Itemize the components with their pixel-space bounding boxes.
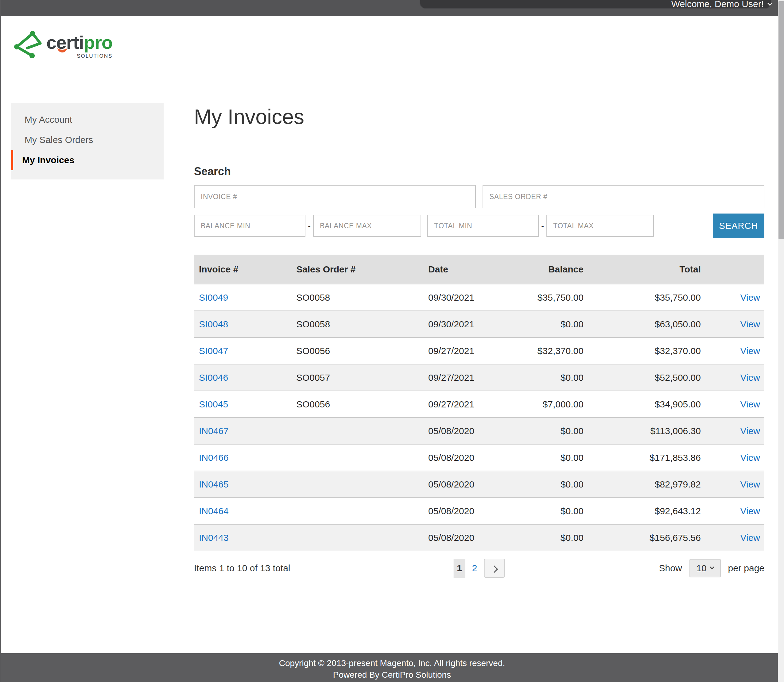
account-sidebar: My Account My Sales Orders My Invoices (11, 103, 164, 180)
balance-cell: $0.00 (501, 364, 584, 391)
total-range-separator: - (539, 215, 546, 237)
total-cell: $63,050.00 (584, 311, 701, 338)
invoice-link[interactable]: IN0443 (199, 532, 229, 543)
view-link[interactable]: View (741, 319, 760, 329)
table-row: IN0467 05/08/2020 $0.00 $113,006.30 View (194, 417, 764, 444)
invoice-number-input[interactable] (194, 185, 476, 208)
total-cell: $82,979.82 (584, 471, 701, 498)
next-page-button[interactable] (484, 559, 505, 578)
header-sales-order: Sales Order # (296, 255, 428, 284)
total-cell: $35,750.00 (584, 284, 701, 311)
view-link[interactable]: View (741, 506, 760, 516)
view-link[interactable]: View (741, 346, 760, 356)
invoice-link[interactable]: SI0045 (199, 399, 228, 409)
chevron-down-icon (709, 564, 714, 569)
invoice-link[interactable]: IN0465 (199, 479, 229, 489)
date-cell: 05/08/2020 (428, 444, 501, 471)
scrollbar[interactable] (778, 0, 784, 682)
balance-cell: $0.00 (501, 417, 584, 444)
sales-order-cell (296, 417, 428, 444)
total-cell: $113,006.30 (584, 417, 701, 444)
invoice-link[interactable]: SI0048 (199, 319, 228, 329)
sales-order-cell: SO0056 (296, 338, 428, 364)
total-max-input[interactable] (546, 215, 654, 237)
chevron-right-icon (490, 566, 498, 573)
header-invoice: Invoice # (194, 255, 296, 284)
invoice-link[interactable]: SI0047 (199, 346, 228, 356)
table-header-row: Invoice # Sales Order # Date Balance Tot… (194, 255, 764, 284)
table-row: SI0049 SO0058 09/30/2021 $35,750.00 $35,… (194, 284, 764, 311)
date-cell: 05/08/2020 (428, 471, 501, 498)
sales-order-cell: SO0058 (296, 311, 428, 338)
sales-order-cell: SO0056 (296, 391, 428, 417)
per-page-value: 10 (696, 563, 706, 574)
search-heading: Search (194, 165, 231, 178)
balance-max-input[interactable] (313, 215, 421, 237)
footer: Copyright © 2013-present Magento, Inc. A… (0, 653, 784, 682)
header-date: Date (428, 255, 501, 284)
footer-copyright: Copyright © 2013-present Magento, Inc. A… (0, 658, 784, 669)
table-row: SI0048 SO0058 09/30/2021 $0.00 $63,050.0… (194, 311, 764, 338)
certipro-logo-icon (14, 29, 43, 59)
page-2-link[interactable]: 2 (472, 563, 477, 574)
welcome-menu[interactable]: Welcome, Demo User! (671, 0, 772, 9)
search-button[interactable]: SEARCH (713, 214, 764, 238)
pager: 1 2 (454, 559, 505, 578)
sidebar-item-my-sales-orders[interactable]: My Sales Orders (11, 130, 164, 150)
invoices-table: Invoice # Sales Order # Date Balance Tot… (194, 255, 764, 551)
total-min-input[interactable] (427, 215, 539, 237)
per-page-control: Show 10 per page (659, 559, 764, 577)
invoice-link[interactable]: SI0046 (199, 373, 228, 382)
sidebar-item-my-account[interactable]: My Account (11, 110, 164, 130)
view-link[interactable]: View (741, 532, 760, 543)
table-row: SI0047 SO0056 09/27/2021 $32,370.00 $32,… (194, 338, 764, 364)
scrollbar-thumb[interactable] (778, 1, 784, 239)
table-row: SI0046 SO0057 09/27/2021 $0.00 $52,500.0… (194, 364, 764, 391)
sidebar-item-my-invoices[interactable]: My Invoices (11, 150, 164, 170)
logo-subtitle: SOLUTIONS (77, 53, 112, 59)
table-row: IN0464 05/08/2020 $0.00 $92,643.12 View (194, 498, 764, 524)
page: Welcome, Demo User! certipro SOLUTIONS M (0, 0, 784, 682)
sales-order-cell (296, 498, 428, 524)
view-link[interactable]: View (741, 479, 760, 489)
balance-cell: $35,750.00 (501, 284, 584, 311)
sales-order-cell: SO0057 (296, 364, 428, 391)
balance-cell: $7,000.00 (501, 391, 584, 417)
balance-cell: $0.00 (501, 311, 584, 338)
sales-order-number-input[interactable] (482, 185, 764, 208)
total-cell: $32,370.00 (584, 338, 701, 364)
balance-cell: $0.00 (501, 524, 584, 551)
caret-down-icon (767, 1, 773, 6)
view-link[interactable]: View (741, 399, 760, 409)
current-page: 1 (454, 559, 465, 578)
view-link[interactable]: View (741, 373, 760, 382)
balance-cell: $0.00 (501, 471, 584, 498)
per-page-select[interactable]: 10 (690, 559, 721, 577)
balance-min-input[interactable] (194, 215, 305, 237)
sales-order-cell: SO0058 (296, 284, 428, 311)
date-cell: 09/30/2021 (428, 311, 501, 338)
invoice-link[interactable]: SI0049 (199, 292, 228, 303)
invoice-table-body: SI0049 SO0058 09/30/2021 $35,750.00 $35,… (194, 284, 764, 551)
total-cell: $52,500.00 (584, 364, 701, 391)
table-row: IN0443 05/08/2020 $0.00 $156,675.56 View (194, 524, 764, 551)
balance-cell: $0.00 (501, 444, 584, 471)
invoice-link[interactable]: IN0464 (199, 506, 229, 516)
show-label: Show (659, 563, 682, 574)
header-actions (701, 255, 764, 284)
total-cell: $156,675.56 (584, 524, 701, 551)
view-link[interactable]: View (741, 292, 760, 303)
sales-order-cell (296, 444, 428, 471)
view-link[interactable]: View (741, 453, 760, 463)
invoice-link[interactable]: IN0466 (199, 453, 229, 463)
per-page-label: per page (728, 563, 764, 574)
invoice-link[interactable]: IN0467 (199, 426, 229, 436)
certipro-logo[interactable]: certipro SOLUTIONS (14, 29, 112, 59)
date-cell: 05/08/2020 (428, 524, 501, 551)
table-row: IN0466 05/08/2020 $0.00 $171,853.86 View (194, 444, 764, 471)
balance-cell: $0.00 (501, 498, 584, 524)
table-row: SI0045 SO0056 09/27/2021 $7,000.00 $34,9… (194, 391, 764, 417)
sales-order-cell (296, 524, 428, 551)
window-edge (0, 0, 1, 682)
view-link[interactable]: View (741, 426, 760, 436)
